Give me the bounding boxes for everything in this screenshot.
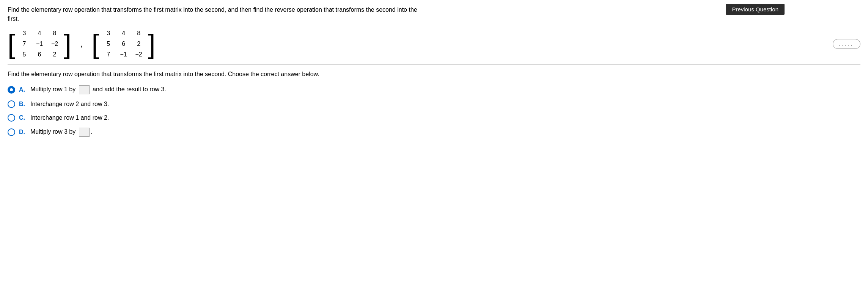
m2-r2c3: 2 xyxy=(137,41,140,47)
matrix2: [ 3 4 8 5 6 2 7 −1 −2 ] xyxy=(92,28,156,60)
matrix-separator: , xyxy=(80,40,83,48)
matrix1: [ 3 4 8 7 −1 −2 5 6 2 ] xyxy=(8,28,71,60)
m1-r2c1: 7 xyxy=(23,41,26,47)
m1-r3c3: 2 xyxy=(53,51,57,58)
option-d-text: Multiply row 3 by . xyxy=(30,128,93,137)
m2-r1c3: 8 xyxy=(137,30,140,37)
m1-r2c3: −2 xyxy=(51,41,58,47)
m1-r1c1: 3 xyxy=(23,30,26,37)
option-b[interactable]: B. Interchange row 2 and row 3. xyxy=(8,100,860,108)
m1-r1c3: 8 xyxy=(53,30,57,37)
matrix1-bracket-right: ] xyxy=(64,30,71,58)
m2-r1c1: 3 xyxy=(107,30,110,37)
matrix2-bracket-right: ] xyxy=(148,30,156,58)
option-a-label: A. xyxy=(19,86,25,93)
m2-r2c2: 6 xyxy=(122,41,125,47)
matrix2-content: 3 4 8 5 6 2 7 −1 −2 xyxy=(101,28,146,60)
m1-r3c1: 5 xyxy=(23,51,26,58)
option-d[interactable]: D. Multiply row 3 by . xyxy=(8,128,860,137)
option-a[interactable]: A. Multiply row 1 by and add the result … xyxy=(8,85,860,94)
options-list: A. Multiply row 1 by and add the result … xyxy=(8,85,860,137)
matrices-container: [ 3 4 8 7 −1 −2 5 6 2 ] , [ 3 4 8 5 xyxy=(8,28,860,60)
m2-r3c2: −1 xyxy=(120,51,127,58)
option-d-input[interactable] xyxy=(79,128,90,137)
radio-a[interactable] xyxy=(8,86,15,94)
radio-b[interactable] xyxy=(8,100,15,108)
m2-r1c2: 4 xyxy=(122,30,125,37)
prev-question-button[interactable]: Previous Question xyxy=(726,4,785,15)
dots-indicator: ..... xyxy=(833,39,860,49)
option-a-text: Multiply row 1 by and add the result to … xyxy=(30,85,166,94)
matrix1-content: 3 4 8 7 −1 −2 5 6 2 xyxy=(17,28,62,60)
matrix1-bracket-left: [ xyxy=(8,30,15,58)
option-c[interactable]: C. Interchange row 1 and row 2. xyxy=(8,114,860,122)
option-a-input[interactable] xyxy=(79,85,90,94)
radio-d[interactable] xyxy=(8,128,15,136)
subquestion-text: Find the elementary row operation that t… xyxy=(8,71,349,78)
section-divider xyxy=(8,64,860,65)
option-b-label: B. xyxy=(19,101,25,108)
main-question-text: Find the elementary row operation that t… xyxy=(8,5,425,23)
option-b-text: Interchange row 2 and row 3. xyxy=(30,101,109,108)
m1-r1c2: 4 xyxy=(38,30,41,37)
m2-r3c3: −2 xyxy=(135,51,142,58)
option-c-text: Interchange row 1 and row 2. xyxy=(30,114,109,121)
option-c-label: C. xyxy=(19,114,25,121)
m2-r3c1: 7 xyxy=(107,51,110,58)
m2-r2c1: 5 xyxy=(107,41,110,47)
m1-r2c2: −1 xyxy=(36,41,43,47)
matrix2-bracket-left: [ xyxy=(92,30,99,58)
option-d-label: D. xyxy=(19,129,25,136)
radio-c[interactable] xyxy=(8,114,15,122)
m1-r3c2: 6 xyxy=(38,51,41,58)
